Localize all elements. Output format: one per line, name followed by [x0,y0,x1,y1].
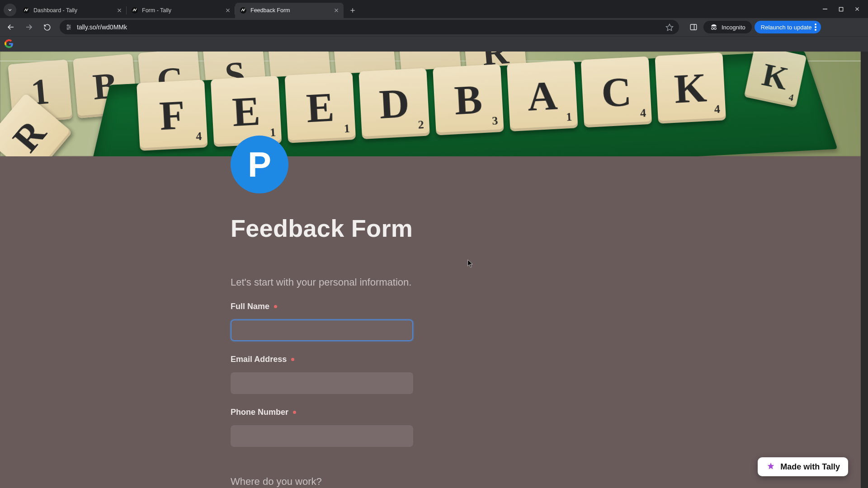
email-input[interactable] [231,372,413,394]
address-bar[interactable]: tally.so/r/wd0MMk [60,20,679,34]
made-with-tally-badge[interactable]: Made with Tally [758,457,848,476]
page-body: 1 B C S R4 F4 E1 E1 D2 B3 A1 [0,52,868,488]
scrabble-tile: D2 [359,68,430,139]
field-full-name: Full Name [231,302,637,341]
scrabble-tile: F4 [137,80,208,151]
phone-input[interactable] [231,425,413,447]
page-viewport: 1 B C S R4 F4 E1 E1 D2 B3 A1 [0,52,868,488]
close-icon [854,6,860,12]
svg-point-21 [69,27,71,28]
close-icon [225,8,231,13]
form-subtitle: Let's start with your personal informati… [231,277,637,288]
close-icon [117,8,122,13]
scrabble-tile: K4 [655,52,726,124]
required-indicator-icon [274,305,277,308]
required-indicator-icon [293,411,296,414]
chevron-down-icon [7,7,13,13]
field-label: Phone Number [231,408,288,417]
field-label: Full Name [231,302,269,311]
next-question: Where do you work? [231,476,637,488]
incognito-indicator[interactable]: Incognito [703,21,752,33]
close-window-button[interactable] [854,6,860,12]
scrabble-tile: E1 [210,76,282,147]
maximize-button[interactable] [839,7,844,12]
svg-point-22 [67,28,69,30]
cover-image: 1 B C S R4 F4 E1 E1 D2 B3 A1 [0,52,861,156]
tally-star-icon [766,462,776,472]
tally-favicon-icon [240,7,247,14]
scrabble-tile: B3 [433,64,504,136]
bookmark-google[interactable] [5,39,14,49]
site-settings-icon[interactable] [65,23,72,31]
tally-favicon-icon [131,7,138,14]
reload-button[interactable] [40,20,54,34]
field-label: Email Address [231,355,287,364]
scrabble-tile: E1 [284,72,356,143]
tab-search-button[interactable] [4,4,16,16]
tab-title: Feedback Form [250,7,330,14]
minimize-icon [822,6,828,12]
new-tab-button[interactable] [346,4,359,17]
svg-point-30 [815,26,816,28]
relaunch-button[interactable]: Relaunch to update [755,21,821,33]
arrow-left-icon [7,23,15,31]
back-button[interactable] [4,20,18,34]
form-title: Feedback Form [231,214,637,242]
url-text: tally.so/r/wd0MMk [77,23,661,31]
svg-rect-12 [839,7,843,11]
tab-close-button[interactable] [117,8,122,13]
svg-rect-24 [690,24,697,30]
tab-close-button[interactable] [334,8,339,13]
side-panel-icon [689,23,698,31]
svg-point-20 [67,25,69,26]
svg-point-31 [815,29,816,31]
form-logo: P [231,136,288,193]
incognito-label: Incognito [722,24,745,31]
tab-strip: Dashboard - Tally Form - Tally Feedback … [0,0,868,18]
tab-title: Form - Tally [142,7,222,14]
bookmarks-bar [0,36,868,52]
tab-feedback[interactable]: Feedback Form [235,3,344,18]
arrow-right-icon [25,23,33,31]
svg-point-29 [815,23,816,25]
reload-icon [43,23,51,31]
tab-title: Dashboard - Tally [33,7,113,14]
toolbar-right: Incognito Relaunch to update [686,20,821,34]
scrollbar-thumb[interactable] [862,52,867,142]
logo-letter: P [248,144,271,185]
tab-dashboard[interactable]: Dashboard - Tally [18,3,127,18]
required-indicator-icon [291,358,294,361]
side-panel-button[interactable] [686,20,701,34]
made-with-tally-label: Made with Tally [780,462,840,472]
svg-point-26 [712,28,714,30]
field-phone: Phone Number [231,408,637,447]
tally-favicon-icon [23,7,30,14]
close-icon [334,8,339,13]
field-email: Email Address [231,355,637,394]
forward-button[interactable] [22,20,36,34]
full-name-input[interactable] [231,319,413,341]
star-icon [665,23,674,31]
bookmark-star-button[interactable] [665,23,674,31]
browser-window: Dashboard - Tally Form - Tally Feedback … [0,0,868,488]
scrabble-tile: A1 [506,60,578,131]
plus-icon [349,7,356,14]
toolbar: tally.so/r/wd0MMk Incognito Relaunch to … [0,18,868,36]
form-container: Feedback Form Let's start with your pers… [231,214,637,488]
relaunch-label: Relaunch to update [761,24,812,31]
kebab-menu-icon [815,23,816,31]
minimize-button[interactable] [822,6,828,12]
maximize-icon [839,7,844,12]
svg-marker-23 [666,24,673,30]
google-g-icon [5,39,14,48]
tab-form[interactable]: Form - Tally [127,3,235,18]
window-controls [814,0,868,18]
tab-close-button[interactable] [225,8,231,13]
incognito-icon [710,23,718,31]
svg-point-27 [714,28,717,30]
scrabble-tile: C4 [580,56,652,128]
